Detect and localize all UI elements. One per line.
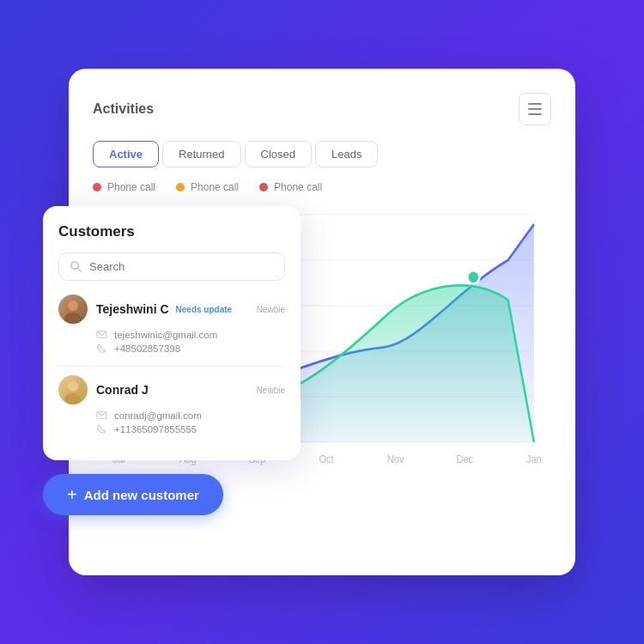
avatar-image-2 xyxy=(58,375,88,404)
newbie-badge-1: Newbie xyxy=(257,305,285,314)
tabs-container: Active Returned Closed Leads xyxy=(93,141,551,167)
customer-row-tejeshwini: Tejeshwini C Needs update Newbie tejeshw… xyxy=(58,295,285,354)
svg-text:Oct: Oct xyxy=(319,453,334,465)
svg-point-22 xyxy=(64,313,82,324)
legend-label-2: Phone call xyxy=(191,181,239,193)
legend-item-2: Phone call xyxy=(176,181,239,193)
customer-phone-2: +11365097855555 xyxy=(96,423,285,434)
customers-title: Customers xyxy=(58,223,285,240)
customers-panel: Customers Tejeshwini C Needs upd xyxy=(43,206,301,460)
customer-divider xyxy=(58,366,285,367)
legend-dot-3 xyxy=(259,183,268,191)
search-input[interactable] xyxy=(89,260,274,273)
svg-line-20 xyxy=(77,268,81,271)
svg-point-25 xyxy=(64,393,82,404)
email-icon-1 xyxy=(96,329,107,340)
customer-header-1: Tejeshwini C Needs update Newbie xyxy=(58,295,285,324)
tab-leads[interactable]: Leads xyxy=(315,141,378,167)
avatar-conrad xyxy=(58,375,88,404)
legend-item-1: Phone call xyxy=(93,181,155,193)
menu-line-1 xyxy=(528,103,542,105)
tab-returned[interactable]: Returned xyxy=(162,141,240,167)
customer-email-1: tejeshwinic@gmail.com xyxy=(96,329,285,340)
needs-update-badge: Needs update xyxy=(176,305,233,314)
add-customer-label: Add new customer xyxy=(84,488,199,502)
avatar-tejeshwini xyxy=(58,295,88,324)
add-customer-button[interactable]: + Add new customer xyxy=(43,474,223,515)
svg-text:Nov: Nov xyxy=(387,453,404,465)
page-title: Activities xyxy=(93,101,154,117)
customer-row-conrad: Conrad J Newbie conradj@gmail.com +11365… xyxy=(58,375,285,434)
main-card: Activities Active Returned Closed Leads … xyxy=(69,69,575,575)
svg-text:Dec: Dec xyxy=(456,453,473,465)
svg-text:Jan: Jan xyxy=(526,453,542,465)
email-icon-2 xyxy=(96,410,107,421)
menu-button[interactable] xyxy=(519,93,551,125)
plus-icon: + xyxy=(67,486,77,503)
customer-name-2: Conrad J xyxy=(96,383,149,397)
legend-dot-1 xyxy=(93,183,101,191)
menu-line-3 xyxy=(528,113,542,115)
customer-name-row-1: Tejeshwini C Needs update Newbie xyxy=(96,302,285,316)
legend-item-3: Phone call xyxy=(259,181,322,193)
phone-icon-1 xyxy=(96,343,107,354)
legend-dot-2 xyxy=(176,183,185,191)
activities-header: Activities xyxy=(93,93,551,125)
tab-closed[interactable]: Closed xyxy=(245,141,312,167)
avatar-image-1 xyxy=(58,295,88,324)
legend-container: Phone call Phone call Phone call xyxy=(93,181,551,193)
legend-label-3: Phone call xyxy=(274,181,322,193)
customer-email-2: conradj@gmail.com xyxy=(96,410,285,421)
customer-name-row-2: Conrad J Newbie xyxy=(96,383,285,397)
search-box[interactable] xyxy=(58,252,285,281)
svg-point-21 xyxy=(68,301,78,311)
customer-name-1: Tejeshwini C xyxy=(96,302,169,316)
green-dot xyxy=(467,270,479,283)
newbie-badge-2: Newbie xyxy=(257,386,285,395)
customer-phone-1: +48502857398 xyxy=(96,343,285,354)
svg-point-24 xyxy=(68,381,78,392)
customer-header-2: Conrad J Newbie xyxy=(58,375,285,404)
menu-line-2 xyxy=(528,108,542,110)
search-icon xyxy=(70,260,82,273)
legend-label-1: Phone call xyxy=(107,181,155,193)
phone-icon-2 xyxy=(96,423,107,434)
tab-active[interactable]: Active xyxy=(93,141,159,167)
